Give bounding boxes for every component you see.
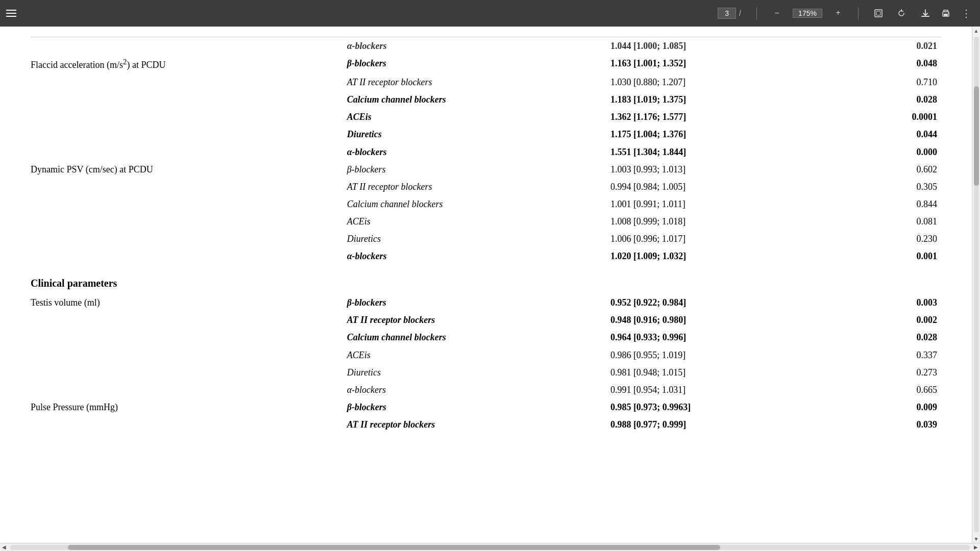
pval-cell: 0.044 bbox=[837, 126, 941, 143]
print-button[interactable] bbox=[938, 6, 953, 21]
page-navigation: / bbox=[718, 8, 744, 19]
table-row: Testis volume (ml)β-blockers0.952 [0.922… bbox=[31, 294, 941, 311]
scroll-track[interactable] bbox=[974, 37, 979, 533]
drug-cell: AT II receptor blockers bbox=[343, 311, 590, 329]
value-cell: 1.020 [1.009; 1.032] bbox=[590, 247, 837, 265]
toolbar: / − + bbox=[0, 0, 980, 27]
param-cell bbox=[31, 346, 343, 364]
value-cell: 0.985 [0.973; 0.9963] bbox=[590, 398, 837, 416]
drug-cell: Diuretics bbox=[343, 364, 590, 381]
drug-cell: Calcium channel blockers bbox=[343, 195, 590, 213]
pval-cell: 0.081 bbox=[837, 213, 941, 230]
value-cell: 0.981 [0.948; 1.015] bbox=[590, 364, 837, 381]
param-cell bbox=[31, 213, 343, 230]
value-cell: 1.175 [1.004; 1.376] bbox=[590, 126, 837, 143]
toolbar-divider-1 bbox=[756, 7, 757, 19]
table-row: ACEis0.986 [0.955; 1.019]0.337 bbox=[31, 346, 941, 364]
param-cell: Pulse Pressure (mmHg) bbox=[31, 398, 343, 416]
drug-cell: β-blockers bbox=[343, 55, 590, 73]
drug-cell: Diuretics bbox=[343, 230, 590, 247]
pval-cell: 0.665 bbox=[837, 381, 941, 398]
table-row: AT II receptor blockers0.994 [0.984; 1.0… bbox=[31, 178, 941, 195]
table-row: Diuretics1.006 [0.996; 1.017]0.230 bbox=[31, 230, 941, 247]
horizontal-scroll-thumb[interactable] bbox=[68, 545, 720, 550]
pval-cell: 0.305 bbox=[837, 178, 941, 195]
scroll-down-arrow[interactable]: ▼ bbox=[972, 535, 981, 543]
table-row: ACEis1.008 [0.999; 1.018]0.081 bbox=[31, 213, 941, 230]
fit-page-button[interactable] bbox=[871, 6, 886, 21]
param-cell bbox=[31, 73, 343, 91]
pval-cell: 0.710 bbox=[837, 73, 941, 91]
pval-cell: 0.0001 bbox=[837, 108, 941, 126]
pval-cell: 0.048 bbox=[837, 55, 941, 73]
scroll-right-arrow[interactable]: ▶ bbox=[972, 543, 980, 552]
table-row: Calcium channel blockers0.964 [0.933; 0.… bbox=[31, 329, 941, 346]
value-cell: 1.183 [1.019; 1.375] bbox=[590, 91, 837, 108]
drug-cell: α-blockers bbox=[343, 381, 590, 398]
param-cell bbox=[31, 108, 343, 126]
table-row: Dynamic PSV (cm/sec) at PCDUβ-blockers1.… bbox=[31, 161, 941, 178]
page-separator: / bbox=[739, 9, 741, 17]
value-cell: 1.030 [0.880; 1.207] bbox=[590, 73, 837, 91]
table-row: AT II receptor blockers1.030 [0.880; 1.2… bbox=[31, 73, 941, 91]
value-cell: 1.003 [0.993; 1.013] bbox=[590, 161, 837, 178]
table-row: Calcium channel blockers1.183 [1.019; 1.… bbox=[31, 91, 941, 108]
drug-cell: β-blockers bbox=[343, 294, 590, 311]
scroll-left-arrow[interactable]: ◀ bbox=[0, 543, 8, 552]
drug-cell: ACEis bbox=[343, 108, 590, 126]
svg-rect-0 bbox=[875, 10, 882, 17]
drug-cell: AT II receptor blockers bbox=[343, 73, 590, 91]
pval-cell: 0.021 bbox=[837, 37, 941, 55]
table-row: Pulse Pressure (mmHg)β-blockers0.985 [0.… bbox=[31, 398, 941, 416]
pval-cell: 0.003 bbox=[837, 294, 941, 311]
scroll-thumb[interactable] bbox=[974, 86, 979, 185]
horizontal-scrollbar[interactable]: ◀ ▶ bbox=[0, 543, 980, 551]
drug-cell: Calcium channel blockers bbox=[343, 91, 590, 108]
param-cell: Dynamic PSV (cm/sec) at PCDU bbox=[31, 161, 343, 178]
rotation-button[interactable] bbox=[894, 6, 910, 21]
pval-cell: 0.001 bbox=[837, 247, 941, 265]
param-cell bbox=[31, 91, 343, 108]
value-cell: 1.008 [0.999; 1.018] bbox=[590, 213, 837, 230]
pval-cell: 0.028 bbox=[837, 91, 941, 108]
param-cell bbox=[31, 195, 343, 213]
data-table: α-blockers1.044 [1.000; 1.085]0.021Flacc… bbox=[31, 37, 941, 433]
pval-cell: 0.230 bbox=[837, 230, 941, 247]
right-toolbar-icons: ⋮ bbox=[918, 6, 974, 21]
pval-cell: 0.337 bbox=[837, 346, 941, 364]
table-row: Flaccid acceleration (m/s2) at PCDUβ-blo… bbox=[31, 55, 941, 73]
table-row: α-blockers1.020 [1.009; 1.032]0.001 bbox=[31, 247, 941, 265]
value-cell: 0.986 [0.955; 1.019] bbox=[590, 346, 837, 364]
vertical-scrollbar[interactable]: ▲ ▼ bbox=[972, 27, 980, 543]
drug-cell: ACEis bbox=[343, 213, 590, 230]
scroll-up-arrow[interactable]: ▲ bbox=[972, 27, 981, 35]
document-content: α-blockers1.044 [1.000; 1.085]0.021Flacc… bbox=[0, 27, 972, 443]
param-cell: Testis volume (ml) bbox=[31, 294, 343, 311]
value-cell: 1.362 [1.176; 1.577] bbox=[590, 108, 837, 126]
pval-cell: 0.028 bbox=[837, 329, 941, 346]
drug-cell: AT II receptor blockers bbox=[343, 178, 590, 195]
table-row: AT II receptor blockers0.948 [0.916; 0.9… bbox=[31, 311, 941, 329]
zoom-input[interactable] bbox=[793, 9, 822, 18]
svg-rect-1 bbox=[876, 11, 880, 15]
zoom-out-button[interactable]: − bbox=[769, 6, 785, 21]
value-cell: 0.952 [0.922; 0.984] bbox=[590, 294, 837, 311]
horizontal-scroll-track[interactable] bbox=[10, 545, 970, 550]
page-number-input[interactable] bbox=[718, 8, 736, 19]
drug-cell: Calcium channel blockers bbox=[343, 329, 590, 346]
menu-button[interactable] bbox=[6, 10, 16, 17]
drug-cell: α-blockers bbox=[343, 37, 590, 55]
table-row: Calcium channel blockers1.001 [0.991; 1.… bbox=[31, 195, 941, 213]
param-cell bbox=[31, 143, 343, 161]
zoom-in-button[interactable]: + bbox=[830, 6, 846, 21]
value-cell: 0.964 [0.933; 0.996] bbox=[590, 329, 837, 346]
value-cell: 0.994 [0.984; 1.005] bbox=[590, 178, 837, 195]
param-cell bbox=[31, 247, 343, 265]
param-cell bbox=[31, 178, 343, 195]
svg-rect-3 bbox=[944, 14, 948, 16]
drug-cell: β-blockers bbox=[343, 398, 590, 416]
download-button[interactable] bbox=[918, 6, 933, 21]
value-cell: 1.044 [1.000; 1.085] bbox=[590, 37, 837, 55]
table-row: α-blockers1.044 [1.000; 1.085]0.021 bbox=[31, 37, 941, 55]
more-options-button[interactable]: ⋮ bbox=[959, 6, 974, 21]
